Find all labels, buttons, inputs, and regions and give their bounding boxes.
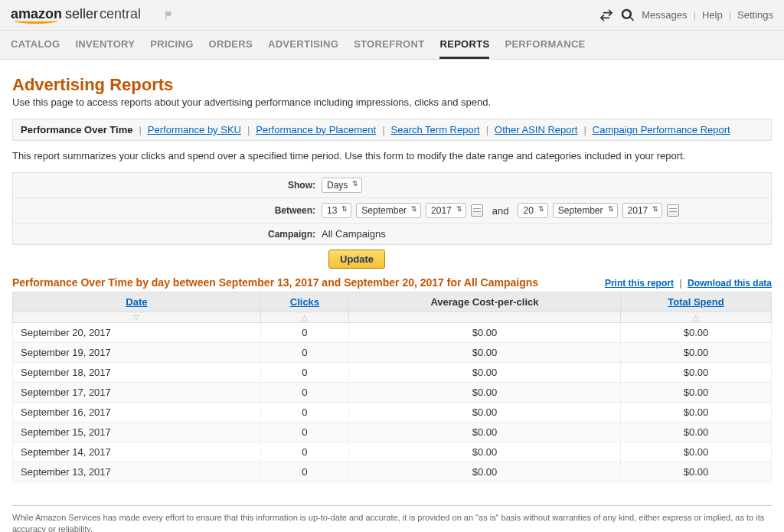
cell-date: September 13, 2017 xyxy=(13,462,261,482)
nav-performance[interactable]: PERFORMANCE xyxy=(505,31,585,59)
from-year-select[interactable]: 2017 xyxy=(426,203,466,218)
nav-reports[interactable]: REPORTS xyxy=(439,31,489,59)
sort-indicator[interactable]: △ xyxy=(260,312,348,323)
show-label: Show: xyxy=(19,180,322,191)
logo[interactable]: amazon seller central xyxy=(11,6,141,24)
sort-indicator xyxy=(348,312,620,323)
table-row: September 15, 20170$0.00$0.00 xyxy=(13,423,772,442)
tab-performance-by-placement[interactable]: Performance by Placement xyxy=(256,124,376,135)
switch-icon[interactable] xyxy=(599,8,614,23)
cell-date: September 14, 2017 xyxy=(13,442,261,462)
between-label: Between: xyxy=(19,205,322,216)
separator: | xyxy=(382,124,384,135)
page-description: Use this page to access reports about yo… xyxy=(12,96,772,108)
update-button[interactable]: Update xyxy=(328,250,385,269)
cell-clicks: 0 xyxy=(260,423,348,442)
cell-cpc: $0.00 xyxy=(348,462,620,482)
cell-spend: $0.00 xyxy=(620,323,771,343)
tab-performance-over-time[interactable]: Performance Over Time xyxy=(21,124,132,135)
col-spend[interactable]: Total Spend xyxy=(668,296,724,308)
table-row: September 18, 20170$0.00$0.00 xyxy=(13,363,772,383)
separator: | xyxy=(583,124,586,135)
col-cpc: Average Cost-per-click xyxy=(348,292,620,312)
tab-other-asin-report[interactable]: Other ASIN Report xyxy=(495,124,577,135)
print-report-link[interactable]: Print this report xyxy=(605,278,674,289)
main-nav: CATALOGINVENTORYPRICINGORDERSADVERTISING… xyxy=(0,31,784,60)
search-icon[interactable] xyxy=(620,8,635,23)
cell-date: September 16, 2017 xyxy=(13,403,261,423)
cell-clicks: 0 xyxy=(260,363,348,383)
cell-cpc: $0.00 xyxy=(348,403,620,423)
messages-link[interactable]: Messages xyxy=(642,9,687,21)
filter-form: Show: Days Between: 13 September 2017 an… xyxy=(12,172,772,245)
cell-date: September 18, 2017 xyxy=(13,363,261,383)
nav-inventory[interactable]: INVENTORY xyxy=(75,31,135,59)
table-row: September 13, 20170$0.00$0.00 xyxy=(13,462,772,482)
cell-clicks: 0 xyxy=(260,323,348,343)
separator: | xyxy=(679,278,681,289)
table-row: September 19, 20170$0.00$0.00 xyxy=(13,343,772,363)
nav-advertising[interactable]: ADVERTISING xyxy=(268,31,338,59)
cell-spend: $0.00 xyxy=(620,442,771,462)
cell-clicks: 0 xyxy=(260,383,348,403)
cell-clicks: 0 xyxy=(260,462,348,482)
campaign-label: Campaign: xyxy=(19,229,322,240)
performance-table: Date Clicks Average Cost-per-click Total… xyxy=(12,292,772,482)
calendar-icon[interactable] xyxy=(667,204,679,217)
cell-cpc: $0.00 xyxy=(348,343,620,363)
cell-date: September 15, 2017 xyxy=(13,423,261,442)
top-bar: amazon seller central Messages | Help | … xyxy=(0,0,784,31)
cell-clicks: 0 xyxy=(260,403,348,423)
disclaimer-text: While Amazon Services has made every eff… xyxy=(12,512,772,532)
nav-catalog[interactable]: CATALOG xyxy=(11,31,60,59)
nav-storefront[interactable]: STOREFRONT xyxy=(354,31,424,59)
table-row: September 14, 20170$0.00$0.00 xyxy=(13,442,772,462)
download-data-link[interactable]: Download this data xyxy=(688,278,772,289)
settings-link[interactable]: Settings xyxy=(737,9,773,21)
cell-spend: $0.00 xyxy=(620,343,771,363)
col-date[interactable]: Date xyxy=(126,296,147,308)
cell-spend: $0.00 xyxy=(620,403,771,423)
from-month-select[interactable]: September xyxy=(356,203,421,218)
cell-date: September 20, 2017 xyxy=(13,323,261,343)
cell-clicks: 0 xyxy=(260,442,348,462)
to-day-select[interactable]: 20 xyxy=(518,203,547,218)
cell-spend: $0.00 xyxy=(620,363,771,383)
help-link[interactable]: Help xyxy=(702,9,723,21)
cell-date: September 17, 2017 xyxy=(13,383,261,403)
table-row: September 17, 20170$0.00$0.00 xyxy=(13,383,772,403)
and-text: and xyxy=(492,205,509,217)
logo-central: central xyxy=(100,6,141,22)
logo-amazon: amazon xyxy=(11,6,62,22)
footer-rule xyxy=(12,505,772,506)
cell-date: September 19, 2017 xyxy=(13,343,261,363)
sort-indicator[interactable]: ▽ xyxy=(13,312,261,323)
calendar-icon[interactable] xyxy=(471,204,483,217)
page-title: Advertising Reports xyxy=(12,75,772,95)
cell-spend: $0.00 xyxy=(620,423,771,442)
from-day-select[interactable]: 13 xyxy=(322,203,351,218)
separator: | xyxy=(486,124,488,135)
nav-orders[interactable]: ORDERS xyxy=(209,31,253,59)
to-year-select[interactable]: 2017 xyxy=(622,203,663,218)
tab-search-term-report[interactable]: Search Term Report xyxy=(391,124,480,135)
report-tabs: Performance Over Time|Performance by SKU… xyxy=(12,119,772,141)
cell-clicks: 0 xyxy=(260,343,348,363)
logo-seller: seller xyxy=(65,6,98,22)
cell-cpc: $0.00 xyxy=(348,383,620,403)
tab-campaign-performance-report[interactable]: Campaign Performance Report xyxy=(593,124,730,135)
nav-pricing[interactable]: PRICING xyxy=(150,31,193,59)
table-title: Performance Over Time by day between Sep… xyxy=(12,276,538,289)
to-month-select[interactable]: September xyxy=(553,203,618,218)
cell-spend: $0.00 xyxy=(620,462,771,482)
divider: | xyxy=(693,9,695,21)
flag-icon[interactable] xyxy=(164,8,175,22)
tab-performance-by-sku[interactable]: Performance by SKU xyxy=(148,124,241,135)
table-row: September 20, 20170$0.00$0.00 xyxy=(13,323,772,343)
report-summary: This report summarizes your clicks and s… xyxy=(12,150,772,162)
campaign-value: All Campaigns xyxy=(322,228,386,240)
show-select[interactable]: Days xyxy=(322,178,362,193)
col-clicks[interactable]: Clicks xyxy=(290,296,319,308)
sort-indicator[interactable]: △ xyxy=(620,312,771,323)
cell-spend: $0.00 xyxy=(620,383,771,403)
